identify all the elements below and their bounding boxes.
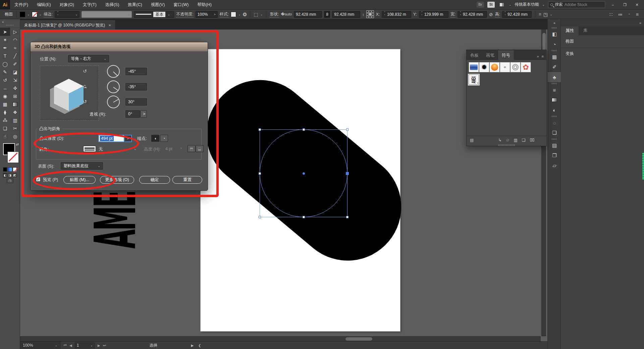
menu-edit[interactable]: 编辑(E): [33, 0, 55, 9]
draw-normal-mode[interactable]: ◧: [3, 173, 7, 177]
constrain-link-icon[interactable]: 8: [324, 11, 330, 18]
dock-symbols-icon[interactable]: ♣: [548, 72, 561, 82]
draw-inside-mode[interactable]: ◩: [13, 173, 17, 177]
z-angle-field[interactable]: 30°: [125, 98, 147, 106]
type-tool[interactable]: T: [0, 52, 10, 60]
dock-color-icon[interactable]: ◧: [548, 29, 561, 39]
menu-help[interactable]: 帮助(H): [193, 0, 216, 9]
menu-select[interactable]: 选择(S): [101, 0, 124, 9]
dock-graphic-styles-icon[interactable]: ❏: [548, 128, 561, 138]
curvature-tool[interactable]: ≈: [10, 44, 20, 52]
style-swatch[interactable]: [231, 12, 236, 17]
reset-button[interactable]: 重置: [172, 176, 202, 184]
dock-brushes-icon[interactable]: ✐: [548, 62, 561, 72]
tab-brushes[interactable]: 画笔: [482, 51, 498, 60]
scale-tool[interactable]: ⇲: [10, 76, 20, 84]
eyedropper-tool[interactable]: ⧫: [0, 108, 10, 116]
handle-top-left[interactable]: [259, 128, 261, 131]
perspective-grid-tool[interactable]: ⊞: [10, 92, 20, 100]
zoom-tool[interactable]: ◎: [10, 132, 20, 140]
layout-chevron-icon[interactable]: ⌄: [509, 3, 512, 6]
handle-top-center[interactable]: [303, 128, 305, 131]
fill-chevron-icon[interactable]: ⌄: [27, 13, 30, 16]
line-segment-tool[interactable]: ╱: [10, 52, 20, 60]
lasso-tool[interactable]: ◠: [10, 36, 20, 44]
new-symbol-icon[interactable]: ❏: [522, 138, 526, 142]
perspective-chevron-icon[interactable]: >: [140, 110, 147, 118]
preview-checkbox[interactable]: ✓: [36, 177, 41, 182]
horizontal-scrollbar[interactable]: [20, 336, 541, 341]
horizontal-scroll-thumb[interactable]: [345, 337, 372, 341]
stroke-chevron-icon[interactable]: ⌄: [39, 13, 42, 16]
panel-collapse-icon[interactable]: »: [537, 54, 539, 58]
paintbrush-tool[interactable]: ✐: [10, 60, 20, 68]
shape-height-field[interactable]: 92.428 mm: [332, 11, 360, 18]
isolate-chevron-icon[interactable]: ⌄: [550, 13, 552, 16]
reference-point-icon[interactable]: [366, 10, 374, 18]
dock-layers-icon[interactable]: ▤: [548, 140, 561, 151]
shape-label[interactable]: 形状:: [270, 11, 279, 17]
symbol-ink-splat[interactable]: ✹: [479, 62, 489, 72]
toolbar-collapse-icon[interactable]: «: [2, 20, 4, 24]
map-art-button[interactable]: 贴图 (M)...: [63, 176, 96, 184]
delete-symbol-icon[interactable]: ⌧: [530, 138, 535, 142]
y-axis-dial[interactable]: [107, 80, 120, 93]
bounding-box-icon[interactable]: ⬚: [254, 12, 258, 17]
artboard-number-select[interactable]: 1⌄: [75, 343, 95, 348]
prev-artboard-icon[interactable]: ◀: [69, 344, 72, 347]
style-label[interactable]: 样式:: [220, 11, 229, 17]
position-select[interactable]: 等角 - 右方⌄: [68, 55, 109, 62]
perspective-field[interactable]: 0°: [125, 110, 140, 118]
x-field[interactable]: ⌃⌄108.832 m: [382, 11, 411, 18]
x-angle-field[interactable]: -45°: [125, 68, 147, 75]
color-mode-color[interactable]: [3, 167, 7, 172]
panel-menu-icon[interactable]: ≡: [542, 54, 544, 58]
isolate-icon[interactable]: ◳: [543, 12, 548, 17]
y-field[interactable]: ⌃⌄129.999 m: [419, 11, 448, 18]
symbol-flower[interactable]: ✿: [521, 62, 531, 72]
stock-button[interactable]: St: [487, 2, 495, 8]
zoom-level-select[interactable]: 100% ⌄: [20, 342, 60, 349]
hand-tool[interactable]: ☝: [0, 132, 10, 140]
recolor-artwork-icon[interactable]: ❂: [243, 12, 247, 17]
props-collapse-icon[interactable]: »: [639, 21, 641, 25]
stroke-weight-field[interactable]: ⌃⌄⌄: [55, 11, 79, 18]
restore-button[interactable]: ❐: [621, 1, 629, 8]
shape-width-field[interactable]: 92.428 mm: [294, 11, 322, 18]
pencil-tool[interactable]: ✎: [0, 68, 10, 76]
status-expand-icon[interactable]: ❮: [198, 344, 201, 347]
close-button[interactable]: ✕: [633, 1, 641, 8]
rotate-tool[interactable]: ↺: [0, 76, 10, 84]
direct-selection-tool[interactable]: ▷: [10, 28, 20, 36]
h-label[interactable]: 高:: [495, 11, 500, 17]
bridge-button[interactable]: Br: [477, 2, 484, 8]
style-chevron-icon[interactable]: ⌄: [238, 13, 241, 16]
menu-type[interactable]: 文字(T): [78, 0, 101, 9]
h-field[interactable]: ⌃⌄92.428 mm: [502, 11, 532, 18]
mesh-tool[interactable]: ▦: [0, 100, 10, 108]
dock-artboards-icon[interactable]: ❐: [548, 151, 561, 161]
symbol-text-3d-selected[interactable]: AMEX +: [469, 74, 479, 85]
dock-appearance-icon[interactable]: ◌: [548, 118, 561, 128]
symbol-registration[interactable]: ⌖: [500, 62, 510, 72]
blend-tool[interactable]: ❖: [10, 108, 20, 116]
options-list-icon[interactable]: ≡: [636, 12, 639, 17]
ellipse-tool[interactable]: ◯: [0, 60, 10, 68]
eraser-tool[interactable]: ◪: [10, 68, 20, 76]
panel-resize-grip[interactable]: [498, 144, 515, 146]
magic-wand-tool[interactable]: ✶: [0, 36, 10, 44]
first-artboard-icon[interactable]: ⏮: [64, 343, 67, 347]
app-logo[interactable]: Ai: [0, 0, 10, 9]
arrange-docs-icon[interactable]: ∷: [609, 12, 612, 17]
menu-window[interactable]: 窗口(W): [169, 0, 193, 9]
color-mode-gradient[interactable]: [8, 167, 12, 172]
bevel-chevron-icon[interactable]: ⌄: [134, 147, 137, 151]
opacity-label[interactable]: 不透明度:: [176, 11, 193, 17]
symbol-blue-gradient[interactable]: [469, 62, 479, 72]
cap-hollow-button[interactable]: ◔: [160, 135, 168, 142]
cap-solid-button[interactable]: ◖: [151, 135, 159, 142]
dialog-title[interactable]: 3D 凸出和斜角选项: [31, 42, 208, 51]
dock-transparency-icon[interactable]: ◐: [548, 105, 561, 115]
workspace-switcher[interactable]: 传统基本功能: [515, 2, 539, 7]
tab-close-icon[interactable]: ✕: [108, 23, 111, 27]
